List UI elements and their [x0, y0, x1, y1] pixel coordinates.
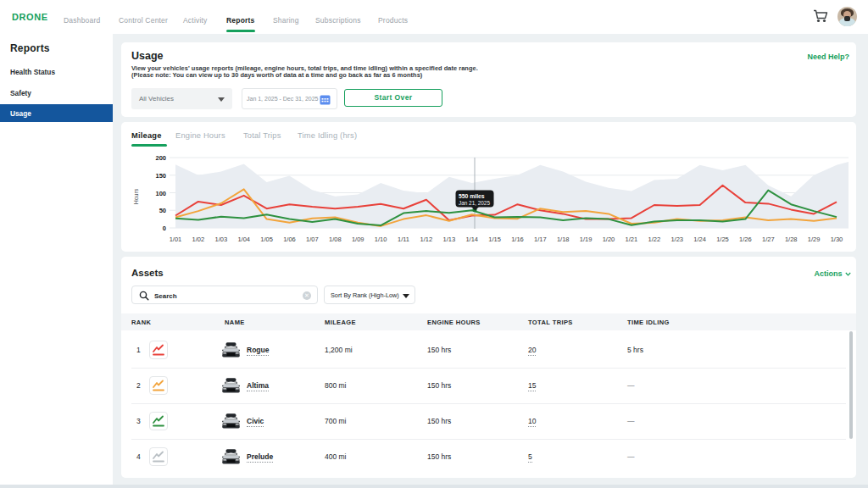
- svg-text:1/19: 1/19: [580, 236, 593, 243]
- svg-text:1/20: 1/20: [603, 236, 615, 243]
- svg-text:0: 0: [163, 225, 166, 232]
- svg-text:1/11: 1/11: [398, 236, 409, 243]
- svg-text:50: 50: [159, 207, 166, 214]
- svg-text:1/06: 1/06: [283, 236, 296, 243]
- svg-text:100: 100: [155, 190, 166, 197]
- svg-text:150: 150: [155, 172, 166, 180]
- svg-text:200: 200: [155, 154, 166, 162]
- svg-text:1/22: 1/22: [648, 236, 660, 243]
- svg-text:Jan 21, 2025: Jan 21, 2025: [459, 200, 490, 206]
- svg-text:1/10: 1/10: [375, 236, 387, 243]
- svg-text:1/23: 1/23: [670, 236, 683, 243]
- svg-text:1/03: 1/03: [214, 236, 227, 243]
- svg-text:1/02: 1/02: [192, 236, 205, 243]
- svg-text:1/14: 1/14: [465, 236, 478, 243]
- svg-text:1/21: 1/21: [626, 236, 638, 243]
- svg-text:1/12: 1/12: [420, 236, 433, 243]
- svg-text:1/28: 1/28: [785, 236, 798, 243]
- svg-text:1/01: 1/01: [170, 236, 182, 243]
- svg-text:1/09: 1/09: [352, 236, 364, 243]
- svg-text:550 miles: 550 miles: [459, 193, 485, 199]
- svg-text:1/16: 1/16: [511, 236, 524, 243]
- svg-text:1/05: 1/05: [260, 236, 273, 243]
- svg-text:1/25: 1/25: [716, 236, 729, 243]
- svg-text:1/18: 1/18: [557, 236, 570, 243]
- svg-text:1/04: 1/04: [237, 236, 250, 243]
- svg-text:1/07: 1/07: [306, 236, 319, 243]
- svg-text:1/27: 1/27: [762, 236, 775, 243]
- svg-text:1/24: 1/24: [693, 236, 706, 243]
- svg-text:Hours: Hours: [133, 188, 139, 204]
- svg-text:1/13: 1/13: [442, 236, 455, 243]
- svg-text:1/26: 1/26: [739, 236, 752, 243]
- svg-text:1/30: 1/30: [831, 236, 843, 243]
- svg-text:1/17: 1/17: [534, 236, 547, 243]
- svg-text:1/08: 1/08: [329, 236, 342, 243]
- svg-text:1/29: 1/29: [808, 236, 821, 243]
- svg-text:1/15: 1/15: [488, 236, 501, 243]
